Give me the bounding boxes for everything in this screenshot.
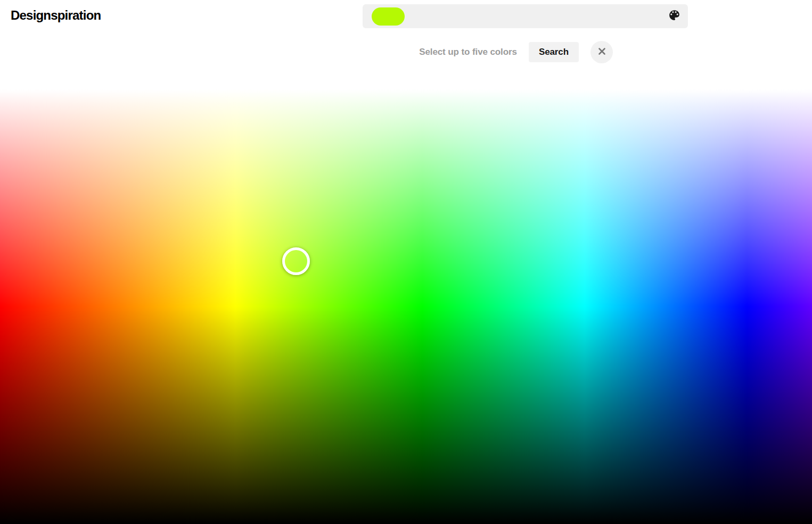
hint-text: Select up to five colors: [419, 47, 517, 57]
search-input[interactable]: [363, 4, 688, 28]
color-gradient-canvas[interactable]: [0, 89, 812, 524]
search-button[interactable]: Search: [529, 42, 579, 62]
color-picker-cursor[interactable]: [282, 247, 310, 275]
color-picker-toolbar: Select up to five colors Search: [0, 41, 613, 63]
logo[interactable]: Designspiration: [11, 8, 101, 23]
close-button[interactable]: [590, 41, 613, 63]
palette-icon: [668, 9, 681, 24]
palette-button[interactable]: [667, 10, 681, 23]
selected-color-chip[interactable]: [372, 7, 405, 26]
close-icon: [597, 46, 607, 59]
page: Designspiration Select up to five colors…: [0, 0, 812, 524]
